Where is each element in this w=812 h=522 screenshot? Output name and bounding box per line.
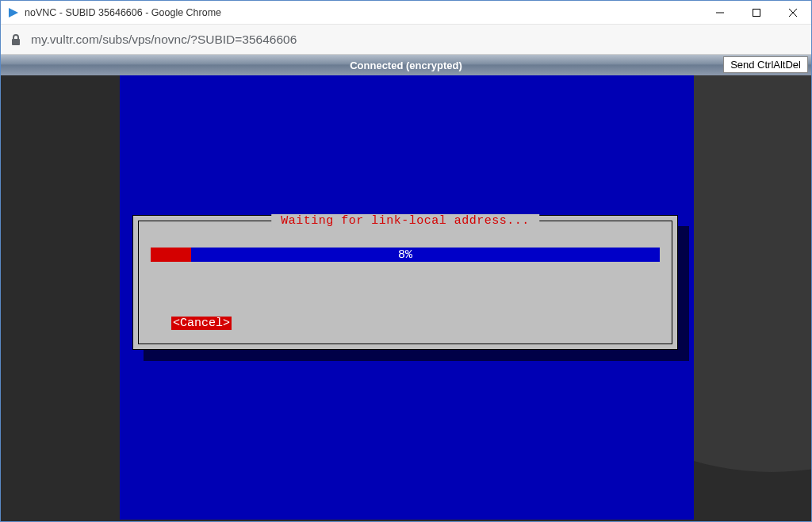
vnc-viewport: Waiting for link-local address... 8% <Ca… <box>1 75 811 521</box>
window-title: noVNC - SUBID 35646606 - Google Chrome <box>25 7 702 18</box>
app-icon <box>7 6 20 19</box>
minimize-button[interactable] <box>702 1 738 24</box>
vnc-status-bar: Connected (encrypted) Send CtrlAltDel <box>1 55 811 75</box>
window-controls <box>702 1 811 24</box>
lock-icon <box>9 33 23 47</box>
progress-label: 8% <box>151 248 660 262</box>
titlebar: noVNC - SUBID 35646606 - Google Chrome <box>1 1 811 25</box>
close-button[interactable] <box>775 1 811 24</box>
maximize-button[interactable] <box>738 1 775 24</box>
chrome-window: noVNC - SUBID 35646606 - Google Chrome m… <box>0 0 812 522</box>
svg-rect-0 <box>753 9 760 16</box>
svg-rect-1 <box>12 39 20 45</box>
cancel-button[interactable]: <Cancel> <box>171 317 232 330</box>
installer-dialog: Waiting for link-local address... 8% <Ca… <box>132 215 678 350</box>
send-ctrlaltdel-button[interactable]: Send CtrlAltDel <box>723 56 808 73</box>
url-text[interactable]: my.vultr.com/subs/vps/novnc/?SUBID=35646… <box>31 33 297 47</box>
vnc-status-text: Connected (encrypted) <box>350 59 462 71</box>
address-bar: my.vultr.com/subs/vps/novnc/?SUBID=35646… <box>1 25 811 55</box>
vnc-framebuffer[interactable]: Waiting for link-local address... 8% <Ca… <box>120 75 694 520</box>
dialog-title: Waiting for link-local address... <box>271 214 539 228</box>
